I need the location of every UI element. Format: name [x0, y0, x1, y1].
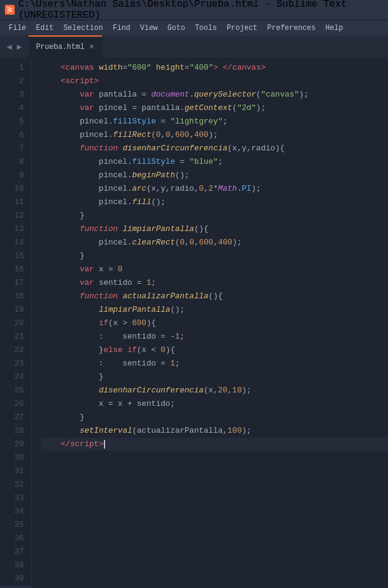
- menu-help[interactable]: Help: [321, 23, 348, 34]
- line-num-9: 9: [0, 169, 31, 182]
- code-line-7: pincel.fillRect(0,0,600,400);: [42, 128, 388, 142]
- line-num-18: 18: [0, 290, 31, 303]
- menu-file[interactable]: File: [4, 23, 31, 34]
- line-num-3: 3: [0, 88, 31, 101]
- line-num-6: 6: [0, 128, 31, 142]
- line-num-31: 31: [0, 465, 31, 478]
- code-line-40: </script>: [42, 438, 388, 451]
- line-num-22: 22: [0, 344, 31, 357]
- line-num-10: 10: [0, 182, 31, 196]
- nav-arrows: ◀ ▶: [5, 35, 29, 57]
- line-num-15: 15: [0, 249, 31, 263]
- line-num-35: 35: [0, 518, 31, 532]
- menu-edit[interactable]: Edit: [31, 23, 59, 34]
- code-line-20: }: [42, 249, 388, 263]
- code-line-35: x = x + sentido;: [42, 397, 388, 411]
- line-num-13: 13: [0, 222, 31, 236]
- line-num-5: 5: [0, 115, 31, 128]
- code-line-4: var pantalla = document.querySelector("c…: [42, 88, 388, 101]
- line-num-38: 38: [0, 559, 31, 572]
- code-line-10: pincel.fillStyle = "blue";: [42, 155, 388, 169]
- tab-label: Prueba.html: [36, 43, 84, 51]
- line-num-16: 16: [0, 263, 31, 276]
- code-line-38: setInterval(actualizarPantalla,100);: [42, 424, 388, 438]
- editor: 1 2 3 4 5 6 7 8 9 10 11 12 13 14 15 16 1…: [0, 57, 388, 588]
- code-line-11: pincel.beginPath();: [42, 169, 388, 182]
- menu-selection[interactable]: Selection: [59, 23, 108, 34]
- line-num-37: 37: [0, 545, 31, 559]
- code-line-6: pincel.fillStyle = "lightgrey";: [42, 115, 388, 128]
- code-line-36: }: [42, 411, 388, 424]
- svg-rect-0: [5, 5, 15, 15]
- nav-right-arrow[interactable]: ▶: [15, 40, 23, 53]
- code-line-23: var sentido = 1;: [42, 276, 388, 290]
- code-line-13: pincel.fill();: [42, 196, 388, 209]
- line-num-40: 40: [0, 586, 31, 588]
- code-line-18: pincel.clearRect(0,0,600,400);: [42, 236, 388, 249]
- menu-project[interactable]: Project: [222, 23, 262, 34]
- menu-view[interactable]: View: [135, 23, 163, 34]
- tab-close-button[interactable]: ×: [89, 43, 94, 51]
- menu-preferences[interactable]: Preferences: [262, 23, 320, 34]
- menu-goto[interactable]: Goto: [163, 23, 190, 34]
- line-num-32: 32: [0, 478, 31, 491]
- line-num-19: 19: [0, 303, 31, 317]
- code-line-1: <canvas width="600" height="400"> </canv…: [42, 61, 388, 75]
- line-num-36: 36: [0, 532, 31, 545]
- code-line-16: function limpiarPantalla(){: [42, 222, 388, 236]
- line-num-1: 1: [0, 61, 31, 75]
- code-line-5: var pincel = pantalla.getContext("2d");: [42, 101, 388, 115]
- code-line-9: function disenharCircunferencia(x,y,radi…: [42, 142, 388, 155]
- code-line-34: disenharCircunferencia(x,20,10);: [42, 384, 388, 397]
- line-numbers: 1 2 3 4 5 6 7 8 9 10 11 12 13 14 15 16 1…: [0, 57, 32, 588]
- code-line-22: var x = 0: [42, 263, 388, 276]
- line-num-30: 30: [0, 451, 31, 465]
- line-num-12: 12: [0, 209, 31, 222]
- tab-prueba-html[interactable]: Prueba.html ×: [29, 35, 102, 57]
- line-num-11: 11: [0, 196, 31, 209]
- code-line-14: }: [42, 209, 388, 222]
- line-num-21: 21: [0, 330, 31, 344]
- menu-bar: File Edit Selection Find View Goto Tools…: [0, 20, 388, 35]
- line-num-29: 29: [0, 438, 31, 451]
- code-line-3: <script>: [42, 75, 388, 88]
- title-bar: C:\Users\Nathan Salas\Desktop\Prueba.htm…: [0, 0, 388, 20]
- code-line-28: if(x > 600){: [42, 317, 388, 330]
- line-num-23: 23: [0, 357, 31, 370]
- line-num-20: 20: [0, 317, 31, 330]
- line-num-26: 26: [0, 397, 31, 411]
- code-line-31: : sentido = 1;: [42, 357, 388, 370]
- line-num-28: 28: [0, 424, 31, 438]
- code-line-32: }: [42, 370, 388, 384]
- line-num-34: 34: [0, 505, 31, 518]
- code-line-29: : sentido = -1;: [42, 330, 388, 344]
- code-line-12: pincel.arc(x,y,radio,0,2*Math.PI);: [42, 182, 388, 196]
- line-num-4: 4: [0, 101, 31, 115]
- line-num-14: 14: [0, 236, 31, 249]
- tab-bar: ◀ ▶ Prueba.html ×: [0, 35, 388, 57]
- code-line-30: }else if(x < 0){: [42, 344, 388, 357]
- menu-tools[interactable]: Tools: [190, 23, 222, 34]
- sublime-text-icon: [5, 5, 15, 15]
- line-num-8: 8: [0, 155, 31, 169]
- line-num-25: 25: [0, 384, 31, 397]
- line-num-27: 27: [0, 411, 31, 424]
- nav-left-arrow[interactable]: ◀: [5, 40, 13, 53]
- line-num-24: 24: [0, 370, 31, 384]
- code-line-25: function actualizarPantalla(){: [42, 290, 388, 303]
- line-num-2: 2: [0, 75, 31, 88]
- line-num-17: 17: [0, 276, 31, 290]
- line-num-39: 39: [0, 572, 31, 586]
- title-bar-text: C:\Users\Nathan Salas\Desktop\Prueba.htm…: [18, 0, 383, 21]
- line-num-7: 7: [0, 142, 31, 155]
- code-line-27: limpiarPantalla();: [42, 303, 388, 317]
- code-area[interactable]: <canvas width="600" height="400"> </canv…: [32, 57, 388, 588]
- menu-find[interactable]: Find: [108, 23, 135, 34]
- line-num-33: 33: [0, 491, 31, 505]
